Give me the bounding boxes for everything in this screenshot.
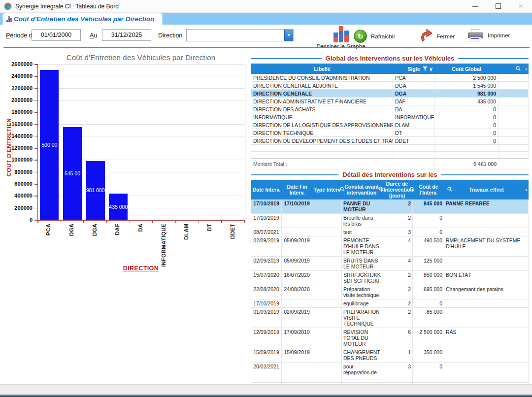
table-cell: Brouille dans les bras	[342, 214, 381, 228]
bar-value-label: 545 00	[63, 170, 82, 176]
x-axis-tick	[221, 221, 222, 223]
chevron-down-icon[interactable]: ▼	[284, 30, 293, 41]
column-header-constat[interactable]: Constat avant intervantion	[342, 180, 381, 199]
column-header-cout-interv[interactable]: Coût de l'Interv.	[413, 180, 444, 199]
search-icon[interactable]	[447, 187, 452, 193]
y-axis-tick-label: 1000000	[3, 157, 33, 163]
table-row[interactable]: 02/09/201905/09/2019REMONTE D'HUILE DANS…	[251, 236, 529, 257]
table-cell: pour répapration de ....................…	[342, 363, 381, 382]
table-cell	[393, 152, 434, 158]
bar-chart-icon	[333, 26, 349, 42]
tab-cout-entretien[interactable]: Coût d'Entretien des Véhicules par Direc…	[2, 13, 163, 25]
table-cell: BON ETAT	[444, 271, 529, 285]
table-row[interactable]: 15/09/201915/09/2019CHANGEMENT DES PNEUD…	[251, 348, 529, 363]
fermer-button[interactable]: Fermer	[420, 29, 455, 44]
table-row[interactable]: 22/08/202024/08/2020Préparation visite t…	[251, 285, 529, 299]
column-header-cout-global[interactable]: Coût Global	[434, 64, 499, 74]
table-cell: 12/09/2019	[251, 328, 282, 348]
y-axis-tick	[34, 208, 37, 209]
x-axis-tick-label: PCA	[45, 224, 51, 235]
column-header-duree[interactable]: Durée de l'Intervention (jours)	[381, 180, 413, 199]
minimize-button[interactable]: —	[464, 0, 487, 12]
table-row[interactable]: DIRECTION GENERALE ADJOINTEDGA1 545 000	[251, 82, 529, 90]
table-row[interactable]: DIRECTION DES ACHATSDA0	[251, 105, 529, 113]
global-table-body: PRESIDENCE DU CONSEIL D'ADMINISTRATIONPC…	[251, 74, 529, 159]
global-total-row: Montant Total : 5 461 000	[251, 159, 529, 169]
gridline	[38, 100, 245, 100]
table-cell	[434, 145, 499, 151]
detail-section-title: Détail des Interventions sur les	[342, 171, 437, 178]
global-header-filler[interactable]: ›	[499, 64, 529, 74]
x-axis-tick	[83, 221, 84, 223]
table-row[interactable]: DIRECTION TECHNIQUEDT0	[251, 129, 529, 137]
table-cell: 2 500 000	[413, 328, 444, 348]
table-cell: 0	[413, 228, 444, 236]
table-cell: 845 000	[413, 199, 444, 213]
periode-du-input[interactable]	[32, 29, 81, 41]
table-cell: PRESIDENCE DU CONSEIL D'ADMINISTRATION	[251, 74, 393, 81]
column-header-date-fin-interv[interactable]: Date Fin Interv.	[282, 180, 312, 199]
close-button[interactable]: ✕	[509, 0, 532, 12]
table-row[interactable]: 20/02/2021pour répapration de ..........…	[251, 363, 529, 383]
table-cell: 6	[381, 328, 413, 348]
tab-strip: Coût d'Entretien des Véhicules par Direc…	[0, 13, 532, 25]
table-row[interactable]: INFORMATIQUEINFORMATIQUE0	[251, 113, 529, 121]
direction-combobox[interactable]: ▼	[186, 29, 294, 41]
table-cell	[444, 228, 529, 236]
table-row[interactable]: 17/10/201917/10/2019PANNE DU MOTEUR2845 …	[251, 199, 529, 214]
imprimer-button[interactable]: Imprimer	[467, 29, 510, 42]
filter-icon[interactable]	[423, 66, 428, 72]
table-row[interactable]: 01/09/201902/09/2019PREPARATION VISITE T…	[251, 308, 529, 328]
chart-title: Coût d'Entretien des Véhicules par Direc…	[37, 53, 244, 62]
search-icon[interactable]	[516, 66, 521, 72]
chevron-down-icon[interactable]: ∨	[429, 66, 433, 72]
table-row[interactable]: DIRECTION DU DEVELOPPEMENT DES ETUDES ET…	[251, 137, 529, 145]
y-axis-tick	[34, 196, 37, 197]
table-row[interactable]: DIRECTION ADMINISTRATIVE ET FINANCIEREDA…	[251, 98, 529, 105]
table-row[interactable]: 08/07/2021test30	[251, 228, 529, 236]
table-row[interactable]: DIRECTION DE LA LOGISTIQUE DES APPROVISI…	[251, 121, 529, 129]
x-axis-tick-label: DT	[206, 224, 212, 231]
y-axis-tick-label: 2200000	[3, 85, 33, 91]
table-cell	[312, 363, 342, 382]
table-cell: INFORMATIQUE	[251, 113, 393, 121]
gridline	[38, 112, 245, 112]
window-title: Synergie Intégrale CI : Tableau de Bord	[15, 3, 119, 10]
section-line	[251, 58, 322, 59]
au-input[interactable]	[102, 29, 151, 41]
x-axis-tick-label: INFORMATIQUE	[161, 224, 166, 267]
table-cell	[434, 152, 499, 158]
table-row[interactable]: 17/10/2019equilibrage20	[251, 299, 529, 308]
column-header-libelle[interactable]: Libellé	[251, 64, 393, 74]
table-cell: 0	[413, 214, 444, 228]
table-cell: 850 000	[413, 271, 444, 285]
chevron-right-icon[interactable]: ›	[525, 66, 527, 72]
search-icon[interactable]	[340, 187, 345, 193]
table-cell: PANNE DU MOTEUR	[342, 199, 381, 213]
x-axis-tick-label: DLAM	[183, 224, 189, 240]
x-axis-tick	[152, 221, 153, 223]
table-cell: 0	[434, 121, 499, 129]
maximize-icon	[496, 3, 501, 9]
table-cell	[444, 257, 529, 270]
chevron-right-icon[interactable]: ›	[525, 187, 527, 193]
table-row[interactable]: 12/09/201917/09/2019REVISION TOTAL DU MO…	[251, 328, 529, 348]
y-axis-tick-label: 2400000	[3, 73, 33, 79]
search-icon[interactable]	[379, 187, 384, 193]
rafraichir-button[interactable]: ↻ Rafraichir	[354, 30, 395, 43]
table-row[interactable]: DIRECTION GENERALEDGA981 000	[251, 90, 529, 98]
maximize-button[interactable]	[487, 0, 509, 12]
table-cell	[499, 82, 529, 89]
table-cell: RMPLACEMENT DU SYSTEME D'HUILE	[444, 236, 529, 256]
column-header-sigle[interactable]: Sigle ∨	[393, 64, 434, 74]
table-row[interactable]: 17/10/2019Brouille dans les bras20	[251, 214, 529, 228]
table-row[interactable]: 15/07/202016/07/2020SRHFJGKHJKKZZ SDFSGF…	[251, 271, 529, 285]
table-row[interactable]: 02/09/201905/09/2019BRUITS DANS LE MOTEU…	[251, 257, 529, 271]
column-header-travaux[interactable]: Travaux effect ›	[444, 180, 529, 199]
table-row[interactable]: PRESIDENCE DU CONSEIL D'ADMINISTRATIONPC…	[251, 74, 529, 82]
column-header-date-interv[interactable]: Date Interv.	[251, 180, 282, 199]
x-axis-tick	[61, 221, 62, 223]
table-cell	[499, 105, 529, 113]
column-header-type-interv[interactable]: Type Interv	[312, 180, 342, 199]
table-cell: 22/08/2020	[251, 285, 282, 299]
